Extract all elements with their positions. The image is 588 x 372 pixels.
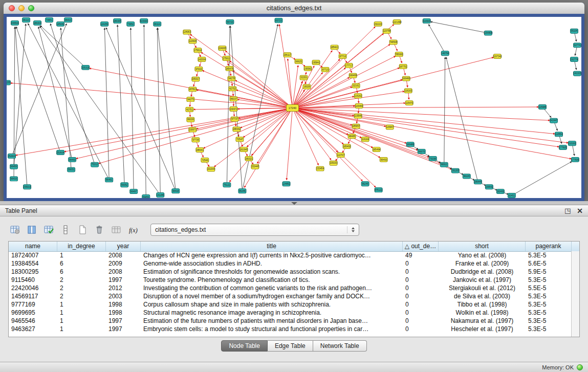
graph-node-label: 96246 [239, 190, 246, 192]
graph-node-label: 85723 [275, 19, 282, 22]
graph-node-label: 180021 [245, 158, 253, 160]
table-row[interactable]: 946362711997Embryonic stem cells: a mode… [9, 325, 572, 333]
table-cell: Corpus callosum shape and size in male p… [141, 300, 403, 309]
graph-node-label: 97736 [192, 139, 199, 141]
table-cell: 2003 [106, 292, 141, 300]
graph-node-label: 42751 [186, 108, 193, 111]
graph-node-label: 115469 [355, 105, 363, 107]
table-row[interactable]: 1830029562008Estimation of significance … [9, 268, 572, 276]
table-tabs: Node TableEdge TableNetwork Table [8, 340, 580, 352]
minimize-window-button[interactable] [18, 5, 25, 11]
table-row[interactable]: 1456911722003Disruption of a novel membe… [9, 292, 572, 300]
graph-edge [204, 108, 293, 148]
graph-node-label: 79198 [429, 158, 436, 160]
graph-node-label: 115470 [405, 102, 413, 104]
graph-node-label: 96113 [23, 19, 30, 21]
zoom-window-button[interactable] [28, 5, 34, 11]
tab-edge-table[interactable]: Edge Table [268, 340, 313, 352]
column-header-year[interactable]: year [106, 242, 141, 251]
delete-table-button[interactable] [93, 224, 106, 236]
close-panel-icon[interactable]: ✕ [577, 207, 583, 214]
column-header-title[interactable]: title [141, 242, 403, 251]
row-height-button[interactable] [59, 224, 72, 236]
graph-node-label: 185476 [226, 68, 234, 70]
column-header-short[interactable]: short [439, 242, 526, 251]
close-window-button[interactable] [9, 5, 15, 11]
table-cell: 5.6E-5 [526, 259, 572, 268]
graph-node-label: 96418 [172, 190, 179, 192]
graph-edge [512, 162, 572, 195]
graph-node-label: 110160 [568, 142, 576, 145]
graph-node-label: 188342 [233, 128, 241, 130]
graph-node-label: 96460 [69, 159, 76, 161]
graph-node-label: 192450 [496, 190, 505, 193]
table-cell: 9463627 [9, 325, 57, 333]
network-window-titlebar[interactable]: citations_edges.txt [4, 3, 584, 14]
graph-node-label: 185493 [343, 145, 351, 148]
table-row[interactable]: 1938455462009Genome-wide association stu… [9, 259, 572, 268]
table-row[interactable]: 969969511998Structural magnetic resonanc… [9, 309, 572, 317]
table-cell: 5.3E-5 [526, 251, 572, 259]
table-settings-icon [10, 225, 20, 235]
table-cell: Stergiakouli et al. (2012) [439, 284, 526, 292]
graph-edge [40, 26, 161, 195]
graph-edge [190, 34, 293, 108]
table-row[interactable]: 977716911998Corpus callosum shape and si… [9, 300, 572, 309]
table-vertical-scrollbar[interactable] [571, 251, 579, 337]
graph-edge [158, 28, 176, 191]
network-graph[interactable]: 1724012406312260817561414200497033205317… [7, 17, 581, 198]
network-canvas[interactable]: 1724012406312260817561414200497033205317… [4, 14, 584, 201]
graph-node-label: 166460 [402, 77, 410, 80]
table-edit-button[interactable] [42, 224, 55, 236]
graph-node-label: 152223 [374, 23, 382, 26]
graph-edge [446, 57, 478, 182]
graph-node-label: 94275 [187, 98, 194, 101]
table-cell: Genome-wide association studies in ADHD. [141, 259, 403, 268]
graph-edge [292, 108, 568, 143]
tab-network-table[interactable]: Network Table [313, 340, 367, 352]
graph-edge [214, 108, 293, 167]
graph-node-label: 119546 [354, 115, 362, 118]
graph-node-label: 195582 [304, 68, 312, 70]
table-cell: 49 [403, 251, 439, 259]
graph-node-label: 185957 [352, 125, 360, 127]
table-row[interactable]: 946554611997Estimation of the future num… [9, 317, 572, 325]
graph-edge [292, 108, 331, 160]
import-table-button[interactable] [110, 224, 123, 236]
graph-edge [157, 28, 160, 195]
table-cell: 1998 [106, 300, 141, 309]
graph-node-label: 818304 [423, 20, 431, 23]
float-panel-icon[interactable]: ◳ [564, 207, 571, 214]
select-columns-button[interactable] [25, 224, 38, 236]
table-cell: 0 [403, 292, 439, 300]
memory-status-label: Memory: OK [542, 364, 574, 370]
table-cell: 1 [57, 251, 106, 259]
graph-node-label: 96114 [154, 23, 161, 26]
table-body: 1872400712008Changes of HCN gene express… [9, 251, 572, 337]
table-cell: 2012 [106, 284, 141, 292]
table-cell: 0 [403, 276, 439, 284]
graph-node-label: 17240 [289, 106, 296, 110]
network-table-select[interactable]: citations_edges.txt [150, 224, 359, 236]
graph-node-label: 875122 [375, 189, 383, 191]
table-cell: 0 [403, 284, 439, 292]
graph-node-label: 122608 [189, 40, 197, 42]
table-row[interactable]: 1872400712008Changes of HCN gene express… [9, 251, 572, 259]
graph-edge [104, 28, 109, 180]
graph-node-label: 98485 [349, 135, 355, 138]
column-header-out_de[interactable]: △ out_de… [403, 242, 439, 251]
table-row[interactable]: 2242004622012Investigating the contribut… [9, 284, 572, 292]
function-builder-button[interactable]: f(x) [126, 224, 140, 236]
column-header-in_degree[interactable]: in_degree [57, 242, 106, 251]
new-table-button[interactable] [76, 224, 89, 236]
table-row[interactable]: 911546021997Tourette syndrome. Phenomeno… [9, 276, 572, 284]
graph-node-label: 59051 [68, 168, 75, 171]
graph-edge [444, 57, 445, 165]
graph-node-label: 109193 [330, 162, 338, 164]
column-header-name[interactable]: name [9, 242, 57, 251]
table-cell: 1997 [106, 325, 141, 333]
table-settings-button[interactable] [8, 224, 21, 236]
tab-node-table[interactable]: Node Table [221, 340, 268, 352]
column-header-pagerank[interactable]: pagerank [526, 242, 572, 251]
svg-text:f(x): f(x) [129, 227, 138, 234]
